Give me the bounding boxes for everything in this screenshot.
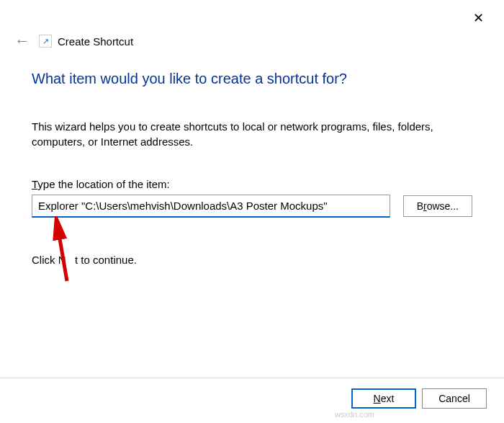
next-accel: N	[374, 393, 381, 404]
browse-label-pre: B	[417, 200, 423, 212]
watermark-text: wsxdn.com	[335, 410, 374, 419]
shortcut-icon: ↗	[39, 35, 52, 48]
cancel-button[interactable]: Cancel	[422, 388, 487, 409]
back-arrow-icon: ←	[14, 32, 30, 50]
wizard-description: This wizard helps you to create shortcut…	[32, 119, 472, 149]
continue-text: Click N t to continue.	[32, 254, 472, 266]
location-label-text: ype the location of the item:	[37, 178, 169, 190]
next-rest: ext	[381, 393, 395, 404]
close-icon: ✕	[473, 11, 484, 25]
wizard-title: Create Shortcut	[58, 35, 133, 48]
footer-separator	[0, 378, 504, 378]
annotation-arrow-icon	[49, 216, 78, 288]
location-input[interactable]	[32, 195, 390, 218]
continue-text-post: t to continue.	[75, 254, 137, 266]
footer-buttons: Next Cancel	[351, 388, 487, 409]
browse-label-post: owse...	[427, 200, 459, 212]
svg-line-1	[57, 222, 67, 281]
continue-text-gap	[66, 254, 76, 266]
location-row: Browse...	[32, 195, 472, 218]
content-area: What item would you like to create a sho…	[0, 50, 504, 266]
browse-button[interactable]: Browse...	[403, 195, 472, 217]
page-heading: What item would you like to create a sho…	[32, 71, 472, 87]
next-button[interactable]: Next	[351, 388, 416, 409]
location-label: Type the location of the item:	[32, 178, 472, 190]
wizard-header: ← ↗ Create Shortcut	[0, 0, 504, 50]
close-button[interactable]: ✕	[467, 7, 490, 29]
continue-text-pre: Click N	[32, 254, 66, 266]
